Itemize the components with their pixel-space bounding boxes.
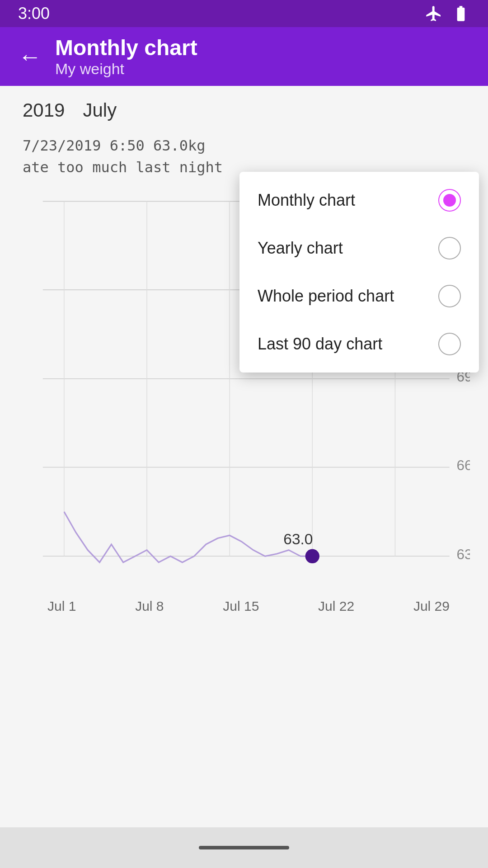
status-time: 3:00 [18, 4, 50, 23]
svg-text:63.0: 63.0 [283, 531, 313, 547]
page-subtitle: My weight [55, 60, 197, 78]
svg-point-15 [306, 550, 319, 563]
svg-text:66: 66 [456, 458, 470, 473]
period-year[interactable]: 2019 [23, 99, 65, 121]
home-indicator[interactable] [199, 846, 289, 849]
status-icons [425, 5, 470, 23]
x-label-jul8: Jul 8 [135, 599, 164, 614]
dropdown-label-whole: Whole period chart [258, 287, 394, 306]
airplane-icon [425, 5, 443, 23]
radio-whole [438, 285, 461, 307]
x-label-jul22: Jul 22 [318, 599, 354, 614]
app-bar: ← Monthly chart My weight [0, 27, 488, 86]
chart-type-dropdown: Monthly chart Yearly chart Whole period … [239, 172, 479, 373]
dropdown-item-last90[interactable]: Last 90 day chart [239, 320, 479, 368]
dropdown-item-monthly[interactable]: Monthly chart [239, 176, 479, 224]
status-bar: 3:00 [0, 0, 488, 27]
dropdown-item-whole[interactable]: Whole period chart [239, 272, 479, 320]
bottom-navigation-bar [0, 827, 488, 868]
x-label-jul15: Jul 15 [223, 599, 259, 614]
app-bar-titles: Monthly chart My weight [55, 35, 197, 78]
dropdown-label-last90: Last 90 day chart [258, 335, 382, 354]
x-label-jul1: Jul 1 [47, 599, 76, 614]
dropdown-label-monthly: Monthly chart [258, 191, 355, 210]
dropdown-item-yearly[interactable]: Yearly chart [239, 224, 479, 272]
radio-yearly [438, 237, 461, 259]
radio-monthly [438, 189, 461, 212]
dropdown-label-yearly: Yearly chart [258, 239, 343, 258]
x-label-jul29: Jul 29 [413, 599, 450, 614]
back-button[interactable]: ← [18, 45, 42, 68]
main-content: 2019 July 7/23/2019 6:50 63.0kg ate too … [0, 86, 488, 868]
radio-last90 [438, 333, 461, 355]
svg-text:63: 63 [456, 547, 470, 562]
radio-inner-monthly [443, 194, 456, 207]
period-row: 2019 July [0, 86, 488, 130]
period-month[interactable]: July [83, 99, 117, 121]
x-axis-labels: Jul 1 Jul 8 Jul 15 Jul 22 Jul 29 [38, 594, 459, 614]
entry-datetime-weight: 7/23/2019 6:50 63.0kg [23, 135, 465, 156]
page-title: Monthly chart [55, 35, 197, 60]
battery-icon [452, 5, 470, 23]
